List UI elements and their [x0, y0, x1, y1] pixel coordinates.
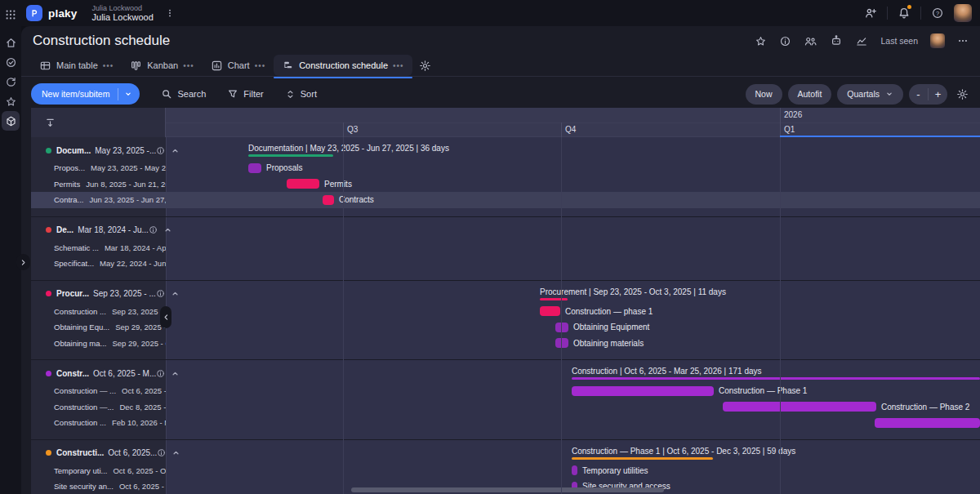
- timescale-select[interactable]: Quartals: [837, 84, 903, 105]
- panel-collapse-handle[interactable]: [160, 306, 172, 328]
- quarter-tick: [343, 122, 344, 137]
- gantt-bar[interactable]: [248, 163, 261, 173]
- new-item-button[interactable]: New item/subitem: [31, 83, 140, 105]
- board-name: Julia Lockwood: [92, 12, 154, 23]
- group-duration-bar[interactable]: [248, 154, 333, 157]
- help-icon[interactable]: ?: [931, 7, 944, 20]
- info-icon[interactable]: [149, 225, 158, 234]
- gantt-bar-label: Permits: [324, 180, 352, 189]
- group-header-row[interactable]: De...Mar 18, 2024 - Ju...: [31, 220, 166, 240]
- sort-button[interactable]: Sort: [285, 89, 317, 100]
- tab-kanban[interactable]: Kanban •••: [122, 55, 202, 76]
- more-options-icon[interactable]: [957, 35, 969, 47]
- group-header-row[interactable]: Docum...May 23, 2025 -...: [31, 140, 166, 160]
- last-seen-avatar[interactable]: [930, 33, 945, 48]
- gantt-bar[interactable]: [875, 418, 980, 428]
- tab-more-icon[interactable]: •••: [255, 61, 266, 70]
- tab-chart[interactable]: Chart •••: [203, 55, 274, 76]
- info-icon[interactable]: [156, 146, 165, 155]
- item-row[interactable]: Site security an...Oct 6, 2025 - Oc...: [31, 478, 166, 494]
- item-row[interactable]: Temporary uti...Oct 6, 2025 - Oct 8...: [31, 463, 166, 479]
- item-dates: May 22, 2024 - Jun 7, ...: [100, 259, 166, 268]
- item-row[interactable]: Contra...Jun 23, 2025 - Jun 27, 2...: [31, 192, 166, 208]
- now-button[interactable]: Now: [746, 84, 782, 105]
- gantt-bar[interactable]: [540, 306, 560, 316]
- item-row[interactable]: Construction —...Dec 8, 2025 - Feb...: [31, 399, 166, 416]
- item-row[interactable]: Propos...May 23, 2025 - May 27, 2...: [31, 160, 166, 176]
- info-icon[interactable]: [156, 289, 165, 298]
- item-row[interactable]: Specificat...May 22, 2024 - Jun 7, ...: [31, 256, 166, 272]
- gantt-bar[interactable]: [723, 402, 876, 412]
- group-name: Constr...: [56, 369, 89, 378]
- tab-more-icon[interactable]: •••: [103, 61, 114, 70]
- topbar-divider: [920, 7, 921, 20]
- plaky-logo[interactable]: plaky: [26, 5, 78, 21]
- user-avatar[interactable]: [954, 4, 972, 22]
- group-header-row[interactable]: Constr...Oct 6, 2025 - M...: [31, 363, 166, 383]
- views-settings-gear-icon[interactable]: [419, 60, 431, 72]
- home-icon[interactable]: [0, 33, 21, 52]
- workspace-cube-icon[interactable]: [2, 111, 20, 131]
- group-header-row[interactable]: Procur...Sep 23, 2025 - ...: [31, 284, 166, 304]
- item-row[interactable]: Schematic ...Mar 18, 2024 - Apr ...: [31, 240, 166, 256]
- item-row[interactable]: PermitsJun 8, 2025 - Jun 21, 2025: [31, 176, 166, 193]
- gantt-bar-label: Contracts: [339, 195, 374, 204]
- collapse-all-icon[interactable]: [45, 118, 56, 128]
- invite-member-icon[interactable]: [864, 7, 877, 20]
- item-row[interactable]: Construction ...Sep 23, 2025 - Se...: [31, 304, 166, 320]
- gantt-bar[interactable]: [572, 465, 577, 475]
- gantt-bar[interactable]: [323, 195, 334, 205]
- group-duration-bar[interactable]: [572, 457, 713, 460]
- gantt-settings-gear-icon[interactable]: [956, 88, 969, 100]
- gantt-bar[interactable]: [572, 386, 714, 396]
- notifications-bell-icon[interactable]: [898, 7, 911, 20]
- timescale-label: Quartals: [847, 89, 880, 99]
- history-icon[interactable]: [0, 72, 21, 91]
- item-row[interactable]: Construction ...Feb 10, 2026 - M...: [31, 415, 166, 431]
- timeline-scale[interactable]: 2026Q3Q4Q1: [166, 108, 980, 137]
- info-icon[interactable]: [157, 448, 166, 457]
- gantt-body: Docum...May 23, 2025 -...Propos...May 23…: [31, 137, 980, 494]
- info-icon[interactable]: [779, 35, 791, 47]
- activity-chart-icon[interactable]: [855, 35, 868, 47]
- group-header-row[interactable]: Constructi...Oct 6, 2025...: [31, 443, 166, 463]
- sidebar-expand-chevron[interactable]: [16, 254, 30, 270]
- gantt-row: [166, 415, 980, 431]
- group-color-bullet: [46, 148, 51, 154]
- autofit-button[interactable]: Autofit: [788, 84, 832, 105]
- tab-more-icon[interactable]: •••: [393, 61, 404, 70]
- item-dates: Mar 18, 2024 - Apr ...: [105, 243, 166, 252]
- members-icon[interactable]: [804, 35, 817, 47]
- gantt-bar[interactable]: [287, 179, 319, 189]
- zoom-out-button[interactable]: -: [909, 84, 928, 105]
- item-row[interactable]: Construction — ...Oct 6, 2025 - De...: [31, 383, 166, 399]
- breadcrumb[interactable]: Julia Lockwood Julia Lockwood: [92, 4, 154, 23]
- gantt-row: [166, 256, 980, 272]
- tab-construction-schedule[interactable]: Construction schedule •••: [274, 55, 412, 76]
- favorite-star-icon[interactable]: [755, 35, 767, 47]
- item-row[interactable]: Obtaining Equ...Sep 29, 2025 - Oct...: [31, 319, 166, 336]
- search-icon: [161, 88, 172, 100]
- group-duration-bar[interactable]: [572, 377, 980, 380]
- tab-more-icon[interactable]: •••: [183, 61, 194, 70]
- gantt-bar[interactable]: [555, 323, 568, 332]
- search-button[interactable]: Search: [161, 88, 206, 100]
- zoom-in-button[interactable]: +: [929, 84, 947, 105]
- tab-main-table[interactable]: Main table •••: [31, 55, 122, 76]
- timeline-header-divider: [166, 122, 980, 123]
- group-panel: Constructi...Oct 6, 2025...Temporary uti…: [31, 443, 166, 494]
- new-item-dropdown-caret-icon[interactable]: [118, 90, 140, 98]
- favorites-star-icon[interactable]: [0, 91, 21, 111]
- horizontal-scrollbar[interactable]: [351, 487, 664, 492]
- automation-robot-icon[interactable]: [830, 34, 843, 47]
- gantt-bar[interactable]: [555, 338, 568, 348]
- group-duration-bar[interactable]: [540, 298, 568, 300]
- info-icon[interactable]: [156, 369, 165, 378]
- gantt-bar-label: Construction — Phase 2: [881, 403, 969, 412]
- breadcrumb-kebab-icon[interactable]: [165, 8, 175, 18]
- item-row[interactable]: Obtaining ma...Sep 29, 2025 - Oct ...: [31, 336, 166, 352]
- apps-grid-icon[interactable]: [0, 5, 21, 24]
- filter-button[interactable]: Filter: [227, 88, 263, 100]
- tasks-check-icon[interactable]: [0, 52, 21, 72]
- item-dates: Jun 23, 2025 - Jun 27, 2...: [89, 195, 166, 204]
